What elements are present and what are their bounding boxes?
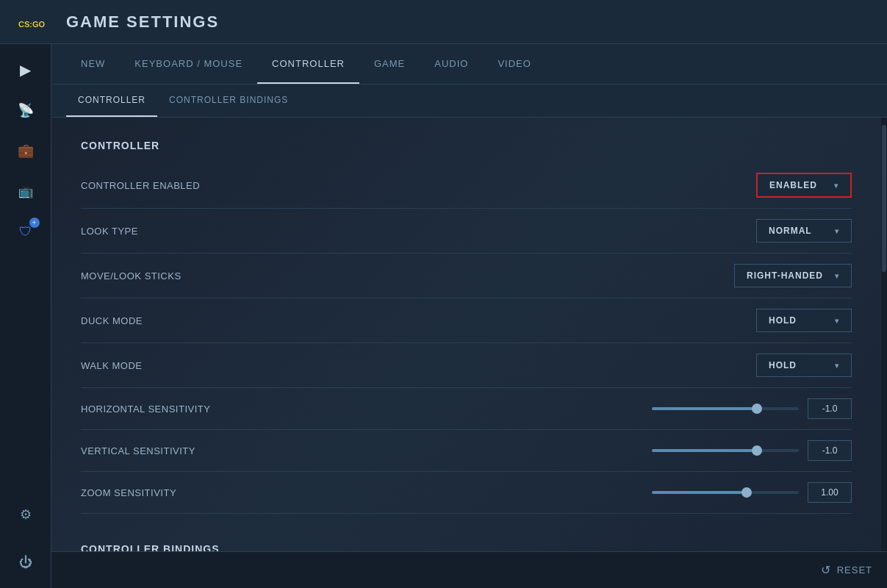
setting-row-zoom-sensitivity: Zoom Sensitivity [81, 472, 852, 514]
setting-row-walk-mode: Walk Mode HOLD ▾ [81, 343, 852, 388]
zoom-sensitivity-fill [652, 491, 747, 494]
look-type-label: Look Type [81, 226, 138, 237]
sidebar-item-play[interactable]: ▶ [7, 51, 44, 88]
sidebar-item-settings[interactable]: ⚙ [7, 496, 44, 533]
tv-icon: 📺 [18, 184, 33, 198]
top-nav: New Keyboard / Mouse Controller Game Aud… [51, 44, 887, 85]
h-sensitivity-slider-container [652, 398, 852, 419]
h-sensitivity-label: Horizontal Sensitivity [81, 404, 210, 415]
tab-keyboard-mouse[interactable]: Keyboard / Mouse [120, 44, 257, 84]
briefcase-icon: 💼 [18, 143, 34, 159]
bindings-section-title: Controller Bindings [81, 543, 852, 551]
sidebar-item-power[interactable]: ⏻ [7, 544, 44, 581]
v-sensitivity-track [652, 449, 799, 452]
tab-controller[interactable]: Controller [257, 44, 359, 84]
csgo-logo: CS:GO [15, 4, 51, 40]
tab-video[interactable]: Video [483, 44, 545, 84]
walk-mode-dropdown[interactable]: HOLD ▾ [756, 354, 852, 377]
chevron-down-icon: ▾ [835, 362, 839, 370]
look-type-dropdown[interactable]: NORMAL ▾ [756, 219, 852, 243]
scrollbar-thumb[interactable] [882, 125, 886, 272]
v-sensitivity-label: Vertical Sensitivity [81, 445, 195, 456]
settings-panel: Controller Controller Enabled ENABLED ▾ … [51, 118, 881, 551]
move-look-label: Move/Look Sticks [81, 270, 182, 282]
scrollbar[interactable] [881, 118, 887, 551]
duck-mode-label: Duck Mode [81, 315, 143, 326]
tab-game[interactable]: Game [359, 44, 420, 84]
power-icon: ⏻ [19, 555, 32, 570]
sidebar-item-community[interactable]: 📡 [7, 92, 44, 129]
sidebar-item-watch[interactable]: 📺 [7, 173, 44, 209]
sidebar-item-inventory[interactable]: 💼 [7, 132, 44, 169]
prime-badge: + [29, 218, 40, 228]
zoom-sensitivity-label: Zoom Sensitivity [81, 487, 176, 498]
h-sensitivity-fill [652, 407, 758, 410]
content-area: New Keyboard / Mouse Controller Game Aud… [51, 44, 887, 588]
controller-enabled-label: Controller Enabled [81, 180, 200, 191]
sidebar: ▶ 📡 💼 📺 🛡 + ⚙ ⏻ [0, 44, 51, 588]
antenna-icon: 📡 [18, 102, 34, 118]
controller-enabled-dropdown[interactable]: ENABLED ▾ [756, 173, 852, 198]
walk-mode-label: Walk Mode [81, 360, 142, 371]
header: CS:GO GAME SETTINGS [0, 0, 887, 44]
h-sensitivity-thumb[interactable] [752, 404, 762, 414]
setting-row-h-sensitivity: Horizontal Sensitivity [81, 388, 852, 430]
tab-new[interactable]: New [66, 44, 120, 84]
v-sensitivity-fill [652, 449, 758, 452]
chevron-down-icon: ▾ [834, 182, 838, 190]
sub-nav: Controller Controller Bindings [51, 85, 887, 118]
chevron-down-icon: ▾ [835, 272, 839, 280]
setting-row-move-look: Move/Look Sticks RIGHT-HANDED ▾ [81, 254, 852, 298]
sub-tab-controller-bindings[interactable]: Controller Bindings [157, 85, 300, 117]
tab-audio[interactable]: Audio [420, 44, 483, 84]
play-icon: ▶ [20, 61, 31, 79]
zoom-sensitivity-slider-container [652, 482, 852, 503]
gear-icon: ⚙ [20, 506, 32, 523]
zoom-sensitivity-track [652, 491, 799, 494]
zoom-sensitivity-thumb[interactable] [741, 487, 752, 498]
v-sensitivity-thumb[interactable] [752, 445, 762, 456]
v-sensitivity-slider-container [652, 440, 852, 461]
controller-section-title: Controller [81, 140, 852, 151]
sidebar-item-prime[interactable]: 🛡 + [7, 213, 44, 250]
setting-row-v-sensitivity: Vertical Sensitivity [81, 430, 852, 472]
footer: ↺ RESET [51, 551, 887, 588]
reset-button[interactable]: ↺ RESET [821, 563, 872, 577]
chevron-down-icon: ▾ [835, 227, 839, 235]
svg-text:CS:GO: CS:GO [18, 20, 46, 29]
setting-row-look-type: Look Type NORMAL ▾ [81, 209, 852, 254]
setting-row-duck-mode: Duck Mode HOLD ▾ [81, 298, 852, 343]
h-sensitivity-track [652, 407, 799, 410]
sub-tab-controller[interactable]: Controller [66, 85, 157, 117]
move-look-dropdown[interactable]: RIGHT-HANDED ▾ [734, 264, 852, 287]
setting-row-controller-enabled: Controller Enabled ENABLED ▾ [81, 162, 852, 209]
page-title: GAME SETTINGS [66, 12, 219, 32]
v-sensitivity-input[interactable] [808, 440, 852, 461]
zoom-sensitivity-input[interactable] [808, 482, 852, 503]
main-layout: ▶ 📡 💼 📺 🛡 + ⚙ ⏻ New Keyboard / [0, 44, 887, 588]
duck-mode-dropdown[interactable]: HOLD ▾ [756, 309, 852, 332]
chevron-down-icon: ▾ [835, 317, 839, 325]
h-sensitivity-input[interactable] [808, 398, 852, 419]
reset-icon: ↺ [821, 563, 831, 577]
